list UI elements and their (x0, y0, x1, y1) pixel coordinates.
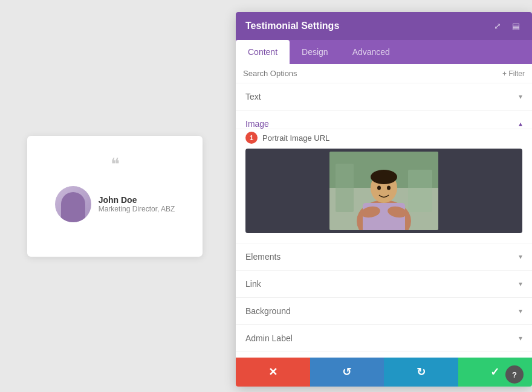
avatar (55, 186, 91, 222)
resize-icon[interactable]: ⤢ (491, 19, 504, 33)
reset-button[interactable]: ↺ (310, 358, 384, 387)
search-bar: + Filter (236, 64, 532, 83)
tabs-row: Content Design Advanced (236, 40, 532, 64)
svg-point-10 (377, 186, 381, 190)
section-background-label: Background (245, 306, 291, 316)
person-title: Marketing Director, ABZ (99, 205, 175, 213)
person-row: John Doe Marketing Director, ABZ (55, 186, 175, 222)
section-text[interactable]: Text ▾ (236, 83, 532, 111)
action-bar: ✕ ↺ ↻ ✓ (236, 358, 532, 387)
person-name: John Doe (99, 195, 175, 205)
svg-point-11 (387, 186, 391, 190)
person-image-svg (329, 152, 438, 230)
badge-number: 1 (245, 132, 258, 144)
tab-content[interactable]: Content (236, 40, 290, 64)
search-input[interactable] (243, 69, 502, 78)
section-background[interactable]: Background ▾ (236, 298, 532, 325)
section-elements-label: Elements (245, 252, 281, 262)
section-admin-label-text: Admin Label (245, 333, 293, 343)
portrait-label: Portrait Image URL (262, 133, 329, 143)
section-link[interactable]: Link ▾ (236, 271, 532, 298)
settings-panel: Testimonial Settings ⤢ ▤ Content Design … (236, 12, 532, 387)
image-preview-area[interactable] (245, 149, 522, 233)
header-icons: ⤢ ▤ (491, 19, 522, 33)
chevron-down-icon: ▾ (519, 307, 522, 315)
tab-advanced[interactable]: Advanced (340, 40, 402, 64)
chevron-down-icon: ▾ (519, 92, 522, 101)
section-link-label: Link (245, 279, 261, 289)
quote-icon: ❝ (111, 154, 120, 174)
testimonial-preview-card: ❝ John Doe Marketing Director, ABZ (27, 136, 203, 257)
redo-button[interactable]: ↻ (384, 358, 458, 387)
chevron-up-icon: ▴ (519, 120, 522, 128)
tab-design[interactable]: Design (290, 40, 340, 64)
split-icon[interactable]: ▤ (509, 19, 522, 33)
chevron-down-icon: ▾ (519, 334, 522, 342)
panel-body: Text ▾ Image ▴ 1 Portrait Image URL (236, 83, 532, 358)
section-image-label: Image (245, 119, 269, 129)
panel-title: Testimonial Settings (245, 21, 339, 31)
section-elements[interactable]: Elements ▾ (236, 243, 532, 271)
portrait-label-row: 1 Portrait Image URL (245, 129, 522, 144)
filter-button[interactable]: + Filter (502, 69, 525, 78)
chevron-down-icon: ▾ (519, 252, 522, 261)
preview-area: ❝ John Doe Marketing Director, ABZ (0, 0, 230, 392)
section-text-label: Text (245, 92, 261, 101)
section-image[interactable]: Image ▴ (236, 111, 532, 129)
help-button[interactable]: ? (505, 365, 524, 384)
svg-point-9 (371, 170, 397, 184)
person-info: John Doe Marketing Director, ABZ (99, 195, 175, 213)
svg-rect-2 (336, 164, 354, 212)
cancel-button[interactable]: ✕ (236, 358, 310, 387)
panel-header: Testimonial Settings ⤢ ▤ (236, 12, 532, 40)
chevron-down-icon: ▾ (519, 280, 522, 288)
section-admin-label[interactable]: Admin Label ▾ (236, 325, 532, 352)
svg-rect-3 (408, 170, 432, 212)
image-preview (329, 152, 438, 230)
image-section-content: 1 Portrait Image URL (236, 129, 532, 243)
